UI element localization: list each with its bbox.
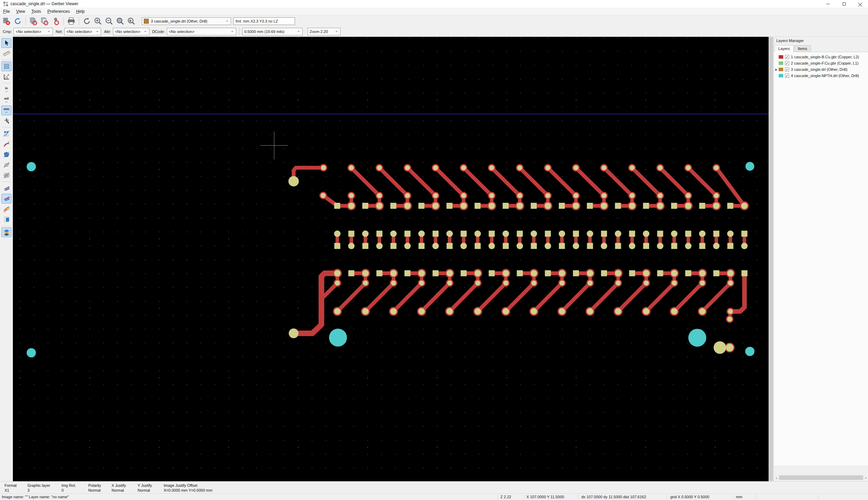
layer-row-2[interactable]: ✓ 2 cascade_single-F.Cu.gbr (Copper, L1) [774,60,868,66]
zoom-out-icon [105,17,113,25]
hscroll-left-arrow-icon[interactable]: ‹ [774,476,779,480]
layer-4-name[interactable]: 4 cascade_single-NPTH.drl (Other, Drill) [791,74,859,78]
diff-mode-button[interactable] [1,183,11,193]
reload-all-layers-button[interactable] [13,16,23,26]
units-inches-button[interactable]: in↔ [1,85,11,94]
menu-tools[interactable]: Tools [28,8,44,15]
cmp-select[interactable]: <No selection> [14,28,53,35]
sketch-flashed-items-button[interactable] [1,129,11,139]
highlight-net-button[interactable] [1,204,11,214]
units-mils-button[interactable]: mil↔ [1,95,11,105]
layers-list: ✓ 1 cascade_single-B.Cu.gbr (Copper, L2)… [774,52,868,465]
open-job-file-button[interactable] [50,16,61,26]
grid-select[interactable]: 0.5000 mm (19.69 mils) [242,28,303,35]
layer-row-1[interactable]: ✓ 1 cascade_single-B.Cu.gbr (Copper, L2) [774,54,868,60]
cmp-label: Cmp: [3,30,12,34]
refresh-view-button[interactable] [82,16,92,26]
mils-icon: mil↔ [4,97,9,103]
hscroll-thumb[interactable] [779,475,863,480]
tab-items[interactable]: Items [794,45,811,52]
zoom-select-value: Zoom 2.20 [310,30,328,34]
units-mm-button[interactable]: mm↔ [1,106,11,115]
hscroll-right-arrow-icon[interactable]: › [863,476,868,480]
format-info-box: fmt: mm X3.3 Y3.3 no LZ [233,17,295,25]
layers-manager-toggle-button[interactable] [1,227,11,237]
layer-3-checkbox[interactable]: ✓ [785,67,789,72]
layer-row-4[interactable]: ✓ 4 cascade_single-NPTH.drl (Other, Dril… [774,73,868,79]
open-drill-icon [40,17,49,25]
polar-coords-button[interactable]: r θ [1,72,11,82]
tab-layers[interactable]: Layers [775,45,794,52]
layer-1-swatch[interactable] [779,55,783,59]
relative-delta-text: dx 107.0000 dy 11.5000 dist 107.6162 [581,495,646,499]
status-format: FormatX1 [5,483,17,492]
refresh-icon [83,17,91,25]
menu-help[interactable]: Help [73,8,88,15]
close-icon [858,2,862,6]
xor-mode-button[interactable] [1,194,11,203]
layer-row-3[interactable]: ▶ ✓ 3 cascade_single.drl (Other, Drill) [774,66,868,73]
layer-color-swatch [144,19,149,24]
layer-2-checkbox[interactable]: ✓ [785,61,789,65]
clear-all-layers-button[interactable] [1,16,12,26]
menu-preferences[interactable]: Preferences [44,8,73,15]
layer-4-swatch[interactable] [779,74,783,77]
layer-2-name[interactable]: 2 cascade_single-F.Cu.gbr (Copper, L1) [791,61,858,65]
status-img-rot: Img Rot.0 [62,483,76,492]
canvas-vertical-scrollbar[interactable] [769,37,773,481]
zoom-out-button[interactable] [104,16,114,26]
sketch-polygons-button[interactable] [1,150,11,159]
svg-text:r: r [5,74,6,76]
menu-view[interactable]: View [13,8,28,15]
layers-manager-icon [3,229,10,236]
status-x-justify: X JustifyNormal [112,483,126,492]
layer-3-name[interactable]: 3 cascade_single.drl (Other, Drill) [791,67,847,72]
layer-4-checkbox[interactable]: ✓ [785,74,789,78]
cursor-arrow-icon [3,40,10,47]
grid-dots-icon [3,63,10,70]
active-layer-select[interactable]: 3 cascade_single.drl (Other, Drill) [142,17,231,25]
zoom-fit-button[interactable] [115,16,125,26]
sketch-lines-icon [3,141,10,148]
print-button[interactable] [66,16,76,26]
sketch-lines-button[interactable] [1,139,11,149]
grid-visibility-button[interactable] [1,61,11,71]
zoom-in-button[interactable] [93,16,103,26]
maximize-button[interactable] [836,0,852,8]
attr-select[interactable]: <No selection> [113,28,149,35]
cursor-shape-button[interactable] [1,116,11,126]
layer-3-swatch[interactable] [779,68,783,71]
print-icon [67,17,75,25]
minimize-button[interactable] [820,0,836,8]
zoom-selection-button[interactable] [126,16,137,26]
ruler-icon [3,50,10,57]
zoom-select[interactable]: Zoom 2.20 [308,28,341,35]
zoom-level-text: Z 2.22 [500,495,511,499]
measure-tool-button[interactable] [1,49,11,58]
layer-2-swatch[interactable] [779,61,783,65]
net-select[interactable]: <No selection> [64,28,101,35]
window-title: cascade_single.drl — Gerber Viewer [10,1,78,6]
pcb-drawing [13,37,769,481]
open-gerber-icon [29,17,38,25]
show-drawing-sheet-button[interactable] [1,215,11,224]
layer-1-name[interactable]: 1 cascade_single-B.Cu.gbr (Copper, L2) [791,55,859,59]
select-tool-button[interactable] [1,38,11,48]
open-drill-file-button[interactable] [39,16,50,26]
current-layer-arrow: ▶ [775,68,778,71]
layer-1-checkbox[interactable]: ✓ [785,55,789,59]
menu-file[interactable]: File [0,8,13,15]
clear-layers-icon [2,17,11,25]
format-info-text: fmt: mm X3.3 Y3.3 no LZ [236,19,278,23]
attr-select-value: <No selection> [115,30,140,34]
gerber-canvas[interactable] [13,37,769,481]
status-image-justify-offset: Image Justify OffsetX=0.0000 mm Y=0.0000… [164,483,212,492]
grid-select-value: 0.5000 mm (19.69 mils) [244,30,285,34]
layers-panel-hscrollbar[interactable]: ‹ › [774,475,868,481]
show-dcodes-button[interactable]: 01 [1,170,11,180]
dcode-select[interactable]: <No selection> [167,28,236,35]
show-negative-objects-button[interactable] [1,160,11,170]
open-gerber-file-button[interactable] [28,16,39,26]
canvas-vscroll-thumb[interactable] [769,37,773,481]
close-button[interactable] [852,0,868,8]
